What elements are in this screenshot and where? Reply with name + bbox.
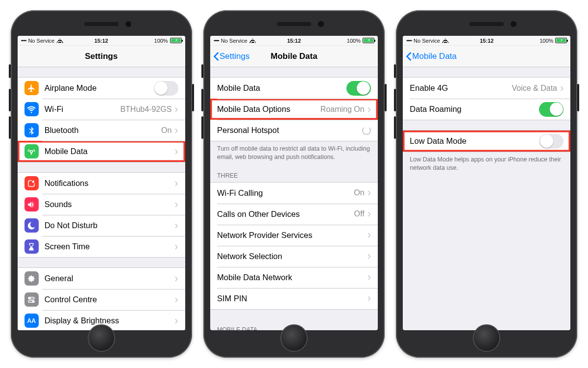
chevron-right-icon: › bbox=[368, 230, 371, 240]
gear-icon bbox=[24, 271, 39, 286]
status-bar: •••••No Service 15:12 100%⚡︎ bbox=[18, 36, 185, 46]
row-control-centre[interactable]: Control Centre › bbox=[18, 289, 185, 310]
row-label: Do Not Disturb bbox=[45, 221, 175, 230]
carrier-label: No Service bbox=[221, 38, 247, 44]
chevron-right-icon: › bbox=[368, 104, 371, 115]
iphone-frame-1: •••••No Service 15:12 100%⚡︎ Settings Ai… bbox=[11, 10, 192, 358]
row-label: Control Centre bbox=[45, 295, 175, 304]
row-sounds[interactable]: Sounds › bbox=[18, 194, 185, 215]
section-footer: Turn off mobile data to restrict all dat… bbox=[210, 141, 378, 163]
row-mobile-data[interactable]: Mobile Data › bbox=[18, 141, 185, 162]
airplane-toggle[interactable] bbox=[154, 81, 178, 96]
carrier-label: No Service bbox=[28, 38, 54, 44]
row-label: Wi-Fi Calling bbox=[217, 188, 354, 198]
chevron-right-icon: › bbox=[174, 125, 178, 136]
section-header: THREE bbox=[210, 163, 378, 182]
svg-point-1 bbox=[32, 180, 35, 183]
battery-icon: ⚡︎ bbox=[170, 38, 182, 43]
back-button[interactable]: Mobile Data bbox=[403, 52, 457, 61]
wifi-icon bbox=[249, 38, 256, 43]
row-airplane-mode[interactable]: Airplane Mode bbox=[18, 78, 185, 99]
row-label: Network Selection bbox=[217, 252, 368, 261]
battery-percent: 100% bbox=[347, 38, 361, 44]
row-label: Display & Brightness bbox=[45, 316, 175, 325]
row-notifications[interactable]: Notifications › bbox=[18, 173, 185, 194]
battery-icon: ⚡︎ bbox=[555, 38, 567, 43]
chevron-right-icon: › bbox=[368, 187, 371, 198]
signal-dots-icon: ••••• bbox=[21, 38, 26, 43]
row-do-not-disturb[interactable]: Do Not Disturb › bbox=[18, 215, 185, 236]
switches-icon bbox=[24, 292, 39, 307]
wifi-icon bbox=[56, 38, 63, 43]
home-button[interactable] bbox=[280, 324, 308, 352]
chevron-right-icon: › bbox=[174, 315, 178, 326]
chevron-right-icon: › bbox=[368, 272, 371, 283]
back-label: Settings bbox=[220, 52, 249, 61]
row-detail: Off bbox=[354, 210, 365, 218]
chevron-right-icon: › bbox=[174, 178, 178, 189]
row-wifi[interactable]: Wi-Fi BTHub4-92GS › bbox=[18, 99, 185, 120]
row-calls-other-devices[interactable]: Calls on Other Devices Off › bbox=[210, 204, 378, 225]
iphone-frame-3: •••••No Service 15:12 100%⚡︎ Mobile Data… bbox=[396, 10, 577, 358]
row-label: Low Data Mode bbox=[410, 136, 539, 146]
row-label: Enable 4G bbox=[410, 83, 512, 93]
row-network-selection[interactable]: Network Selection › bbox=[210, 246, 378, 267]
hourglass-icon bbox=[24, 239, 39, 254]
back-label: Mobile Data bbox=[412, 52, 457, 61]
row-network-provider-services[interactable]: Network Provider Services › bbox=[210, 225, 378, 246]
low-data-mode-toggle[interactable] bbox=[539, 134, 564, 149]
page-title: Mobile Data bbox=[270, 52, 317, 61]
row-label: Network Provider Services bbox=[217, 231, 368, 240]
row-detail: On bbox=[161, 126, 172, 135]
row-detail: Voice & Data bbox=[512, 84, 557, 93]
moon-icon bbox=[24, 218, 39, 233]
screen-mobile-data-options: •••••No Service 15:12 100%⚡︎ Mobile Data… bbox=[403, 36, 570, 330]
row-label: Personal Hotspot bbox=[217, 126, 362, 135]
row-label: Data Roaming bbox=[410, 105, 539, 114]
wifi-icon bbox=[442, 38, 449, 43]
sounds-icon bbox=[24, 197, 39, 211]
row-bluetooth[interactable]: Bluetooth On › bbox=[18, 120, 185, 141]
row-label: Notifications bbox=[45, 179, 175, 188]
signal-dots-icon: ••••• bbox=[406, 38, 412, 43]
svg-point-3 bbox=[29, 297, 30, 298]
page-title: Settings bbox=[85, 52, 118, 61]
notifications-icon bbox=[24, 176, 39, 190]
screen-settings: •••••No Service 15:12 100%⚡︎ Settings Ai… bbox=[18, 36, 185, 330]
row-label: Bluetooth bbox=[45, 126, 161, 135]
row-low-data-mode[interactable]: Low Data Mode bbox=[403, 131, 570, 152]
row-label: Calls on Other Devices bbox=[217, 210, 354, 219]
back-button[interactable]: Settings bbox=[210, 52, 249, 61]
row-screen-time[interactable]: Screen Time › bbox=[18, 236, 185, 257]
chevron-right-icon: › bbox=[174, 294, 178, 305]
iphone-frame-2: •••••No Service 15:12 100%⚡︎ Settings Mo… bbox=[203, 10, 385, 358]
row-general[interactable]: General › bbox=[18, 268, 185, 289]
row-sim-pin[interactable]: SIM PIN › bbox=[210, 288, 378, 309]
mobile-data-toggle[interactable] bbox=[346, 81, 371, 96]
data-roaming-toggle[interactable] bbox=[539, 102, 564, 117]
antenna-icon bbox=[24, 144, 39, 158]
chevron-right-icon: › bbox=[368, 293, 371, 304]
row-enable-4g[interactable]: Enable 4G Voice & Data › bbox=[403, 78, 570, 99]
row-mobile-data-toggle[interactable]: Mobile Data bbox=[210, 78, 378, 99]
row-mobile-data-network[interactable]: Mobile Data Network › bbox=[210, 267, 378, 288]
clock: 15:12 bbox=[287, 38, 301, 44]
section-footer: Low Data Mode helps apps on your iPhone … bbox=[403, 152, 570, 174]
chevron-right-icon: › bbox=[174, 146, 178, 157]
battery-percent: 100% bbox=[539, 38, 553, 44]
row-data-roaming[interactable]: Data Roaming bbox=[403, 99, 570, 120]
loading-spinner-icon bbox=[362, 126, 371, 135]
row-personal-hotspot[interactable]: Personal Hotspot bbox=[210, 120, 378, 141]
row-label: Sounds bbox=[45, 200, 175, 209]
carrier-label: No Service bbox=[414, 38, 440, 44]
home-button[interactable] bbox=[473, 324, 500, 352]
row-mobile-data-options[interactable]: Mobile Data Options Roaming On › bbox=[210, 99, 378, 120]
chevron-right-icon: › bbox=[368, 209, 371, 219]
row-wifi-calling[interactable]: Wi-Fi Calling On › bbox=[210, 183, 378, 204]
home-button[interactable] bbox=[88, 324, 115, 352]
row-detail: On bbox=[354, 188, 364, 197]
signal-dots-icon: ••••• bbox=[214, 38, 219, 43]
row-label: Mobile Data Network bbox=[217, 273, 368, 282]
chevron-right-icon: › bbox=[368, 251, 371, 262]
chevron-right-icon: › bbox=[174, 220, 178, 231]
